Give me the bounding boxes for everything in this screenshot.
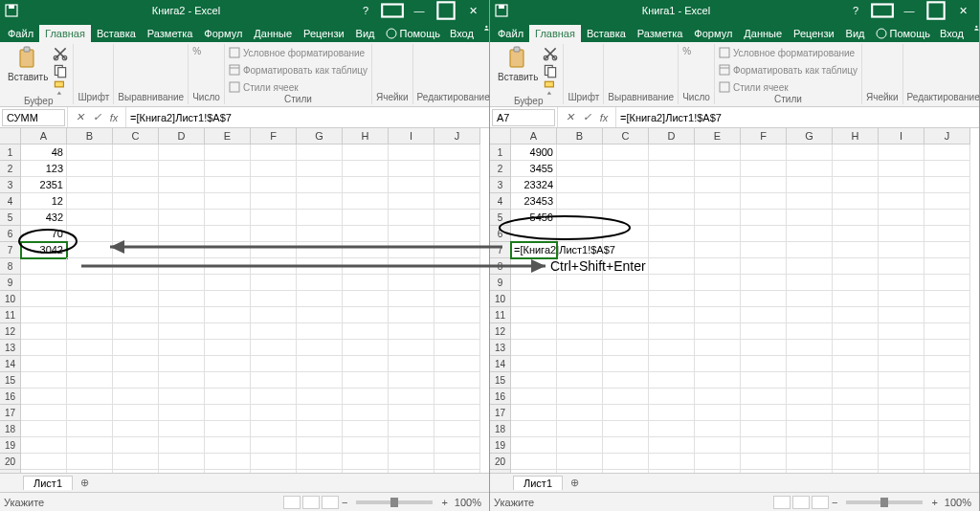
cell[interactable] [113, 340, 159, 356]
cell[interactable] [434, 210, 480, 226]
cell[interactable] [159, 356, 205, 372]
cell[interactable] [695, 372, 741, 389]
row-header[interactable]: 6 [490, 226, 511, 242]
cell[interactable] [741, 161, 787, 177]
cell[interactable] [787, 405, 833, 421]
column-header[interactable]: H [833, 128, 879, 144]
cell[interactable] [251, 372, 297, 389]
cell[interactable] [297, 437, 343, 454]
cell[interactable] [511, 454, 557, 470]
maximize-icon[interactable] [434, 2, 458, 19]
fx-icon[interactable]: fx [596, 110, 612, 125]
cell[interactable] [924, 340, 970, 356]
row-header[interactable]: 3 [0, 177, 21, 193]
cell[interactable] [297, 372, 343, 389]
cell[interactable]: 23324 [511, 177, 557, 193]
cell[interactable] [297, 258, 343, 275]
row-header[interactable]: 1 [490, 144, 511, 161]
cell[interactable] [833, 177, 879, 193]
cell[interactable] [511, 340, 557, 356]
cell[interactable] [21, 275, 67, 291]
cell[interactable] [389, 177, 434, 193]
cell[interactable] [67, 275, 113, 291]
cell[interactable] [113, 161, 159, 177]
cell[interactable] [343, 193, 389, 210]
page-break-view-icon[interactable] [812, 496, 829, 509]
cell[interactable] [343, 454, 389, 470]
row-header[interactable]: 9 [0, 275, 21, 291]
cell[interactable] [833, 340, 879, 356]
row-header[interactable]: 16 [490, 389, 511, 405]
cell[interactable] [297, 405, 343, 421]
cell[interactable] [879, 437, 924, 454]
zoom-out-icon[interactable]: − [339, 497, 350, 508]
paste-button[interactable]: Вставить [498, 46, 538, 82]
cell[interactable] [695, 144, 741, 161]
cell[interactable] [787, 454, 833, 470]
column-header[interactable]: I [879, 128, 924, 144]
cell[interactable] [557, 323, 603, 340]
cell[interactable] [67, 437, 113, 454]
format-painter-icon[interactable] [52, 80, 69, 96]
cell[interactable] [21, 307, 67, 323]
cell[interactable] [343, 356, 389, 372]
column-header[interactable]: B [557, 128, 603, 144]
row-header[interactable]: 10 [0, 291, 21, 307]
cell[interactable] [389, 291, 434, 307]
cell[interactable] [113, 372, 159, 389]
cell[interactable] [511, 226, 557, 242]
add-sheet-icon[interactable]: ⊕ [567, 476, 582, 491]
cell[interactable] [251, 210, 297, 226]
cell[interactable] [205, 340, 251, 356]
cell[interactable]: 23453 [511, 193, 557, 210]
cell[interactable] [833, 372, 879, 389]
cell[interactable] [205, 177, 251, 193]
cell[interactable] [113, 193, 159, 210]
cell[interactable] [557, 356, 603, 372]
cell[interactable] [741, 389, 787, 405]
cell[interactable] [159, 437, 205, 454]
column-header[interactable]: A [21, 128, 67, 144]
cell[interactable] [343, 307, 389, 323]
column-header[interactable]: B [67, 128, 113, 144]
cell[interactable] [649, 161, 695, 177]
cell[interactable] [389, 405, 434, 421]
cell[interactable] [695, 258, 741, 275]
cell[interactable] [695, 177, 741, 193]
cut-icon[interactable] [542, 46, 559, 61]
sheet-tab[interactable]: Лист1 [513, 476, 563, 490]
cell[interactable] [787, 389, 833, 405]
cell[interactable] [787, 193, 833, 210]
cell[interactable] [205, 275, 251, 291]
number-group[interactable]: %Число [679, 44, 715, 104]
cell[interactable] [787, 242, 833, 258]
cell[interactable] [511, 389, 557, 405]
row-header[interactable]: 12 [0, 323, 21, 340]
cell[interactable] [205, 258, 251, 275]
cell[interactable] [695, 210, 741, 226]
cell[interactable] [297, 242, 343, 258]
cell[interactable] [251, 470, 297, 473]
cell[interactable] [833, 193, 879, 210]
column-header[interactable]: C [113, 128, 159, 144]
cell[interactable] [21, 356, 67, 372]
cell[interactable] [434, 177, 480, 193]
cell[interactable] [557, 144, 603, 161]
number-group[interactable]: %Число [189, 44, 225, 104]
cell[interactable] [924, 470, 970, 473]
cell[interactable] [159, 275, 205, 291]
cell[interactable] [297, 177, 343, 193]
cell[interactable] [297, 226, 343, 242]
cell[interactable] [251, 405, 297, 421]
copy-icon[interactable] [542, 63, 559, 78]
row-header[interactable]: 4 [0, 193, 21, 210]
tab-view[interactable]: Вид [350, 25, 381, 42]
cell[interactable] [159, 307, 205, 323]
cell[interactable] [833, 437, 879, 454]
cell[interactable] [434, 356, 480, 372]
page-break-view-icon[interactable] [322, 496, 339, 509]
name-box[interactable]: СУММ [2, 109, 65, 126]
cell[interactable] [67, 144, 113, 161]
cell[interactable] [833, 161, 879, 177]
cell[interactable]: 5456 [511, 210, 557, 226]
